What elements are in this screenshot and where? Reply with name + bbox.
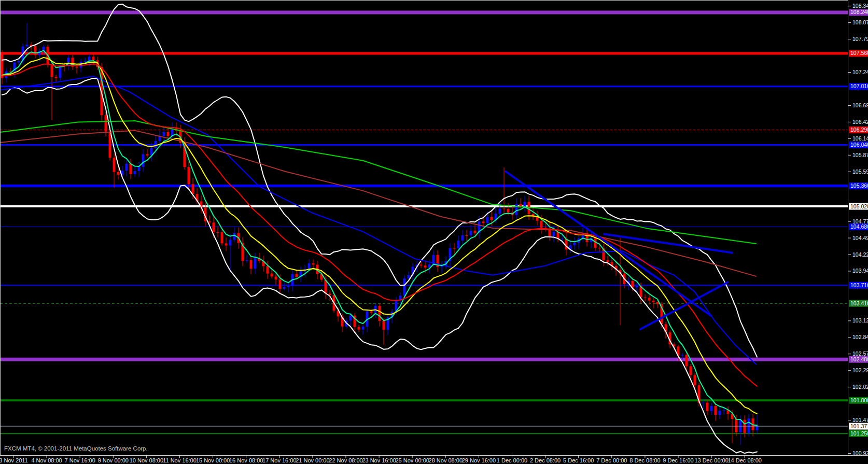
candle: [573, 243, 576, 245]
candle: [561, 238, 564, 239]
price-tick-label: 106.145: [852, 135, 868, 142]
candle: [213, 222, 215, 232]
candle: [163, 132, 165, 136]
candle: [308, 263, 311, 269]
time-tick-label: 15 Nov 00:00: [196, 457, 230, 463]
candle: [685, 355, 688, 366]
candle: [279, 279, 282, 289]
candle: [229, 240, 232, 246]
candle: [26, 45, 29, 46]
price-level-label: 107.560: [850, 50, 868, 56]
mt4-chart-window: 108.345108.070107.795107.245106.695106.4…: [0, 0, 868, 464]
price-level-label: 102.480: [850, 356, 868, 362]
candle: [296, 274, 298, 277]
price-level-label: 103.410: [850, 300, 868, 306]
candle: [748, 418, 750, 433]
price-level-label: 103.710: [850, 282, 868, 288]
candle: [515, 204, 518, 215]
candle: [250, 260, 253, 269]
candle: [466, 235, 468, 236]
time-tick-label: 3 Nov 2011: [0, 457, 28, 463]
price-level-label: 101.250: [850, 430, 868, 437]
candle: [474, 231, 477, 233]
time-tick-label: 13 Dec 00:00: [694, 457, 728, 463]
candle: [408, 275, 410, 278]
price-tick-label: 102.020: [852, 384, 868, 390]
candle: [84, 61, 87, 62]
candle: [694, 375, 696, 385]
candle: [155, 141, 157, 148]
time-tick-label: 16 Nov 08:00: [229, 457, 263, 463]
price-tick-label: 105.595: [852, 168, 868, 175]
time-tick-label: 28 Nov 08:00: [429, 457, 463, 463]
candle: [383, 321, 385, 330]
candle: [744, 420, 746, 433]
candle: [287, 286, 290, 287]
candle: [267, 266, 269, 273]
candle: [125, 164, 128, 171]
candle: [652, 301, 655, 302]
candle: [370, 312, 373, 313]
time-tick-label: 1 Dec 00:00: [497, 457, 527, 463]
candle: [55, 77, 58, 78]
candle: [656, 302, 659, 304]
time-tick-label: 21 Nov 00:00: [296, 457, 329, 463]
candle: [225, 243, 228, 245]
candle: [358, 327, 360, 330]
time-tick-label: 7 Dec 00:00: [596, 457, 627, 463]
time-tick-label: 10 Nov 08:00: [130, 457, 163, 463]
candlestick-chart[interactable]: 108.345108.070107.795107.245106.695106.4…: [0, 0, 868, 464]
candle: [715, 406, 717, 415]
price-tick-label: 108.345: [852, 3, 868, 9]
price-tick-label: 106.420: [852, 119, 868, 125]
candle: [719, 411, 721, 415]
time-tick-label: 11 Nov 16:00: [163, 457, 197, 463]
candle: [420, 265, 423, 266]
candle: [142, 154, 145, 167]
candle: [598, 248, 601, 248]
price-level-label: 101.800: [850, 397, 868, 403]
candle: [117, 172, 120, 175]
candle: [690, 366, 692, 375]
candle: [702, 403, 705, 403]
candle: [34, 46, 37, 55]
time-tick-label: 25 Nov 00:00: [395, 457, 429, 463]
price-tick-label: 102.845: [852, 334, 868, 340]
candle: [482, 221, 485, 223]
price-level-label: 108.240: [850, 9, 868, 15]
price-tick-label: 104.220: [852, 251, 868, 258]
candle: [105, 115, 107, 131]
candle: [138, 167, 141, 171]
time-tick-label: 29 Nov 16:00: [462, 457, 496, 463]
candle: [312, 263, 315, 265]
candle: [461, 235, 464, 241]
price-tick-label: 103.120: [852, 317, 868, 324]
price-tick-label: 100.920: [852, 450, 868, 456]
candle: [491, 217, 493, 220]
time-tick-label: 7 Nov 16:00: [65, 457, 95, 463]
candle: [18, 61, 20, 62]
candle: [283, 287, 286, 289]
price-tick-label: 105.870: [852, 152, 868, 158]
candle: [271, 274, 273, 277]
candle: [441, 266, 443, 267]
candle: [644, 298, 647, 298]
candle: [146, 154, 149, 156]
candle: [607, 260, 609, 262]
price-tick-label: 107.245: [852, 69, 868, 75]
price-level-label: 107.010: [850, 83, 868, 89]
time-tick-label: 4 Nov 08:00: [31, 457, 62, 463]
candle: [88, 57, 91, 61]
time-tick-label: 22 Nov 08:00: [329, 457, 362, 463]
candle: [379, 306, 381, 321]
price-level-label: 106.040: [850, 142, 868, 148]
candle: [113, 158, 116, 172]
price-tick-label: 106.695: [852, 102, 868, 108]
candle: [503, 208, 506, 209]
time-tick-label: 5 Dec 16:00: [563, 457, 594, 463]
time-tick-label: 9 Dec 16:00: [663, 457, 693, 463]
candle: [553, 232, 555, 236]
price-tick-label: 102.295: [852, 367, 868, 373]
candle: [188, 167, 190, 184]
candle: [254, 258, 257, 269]
